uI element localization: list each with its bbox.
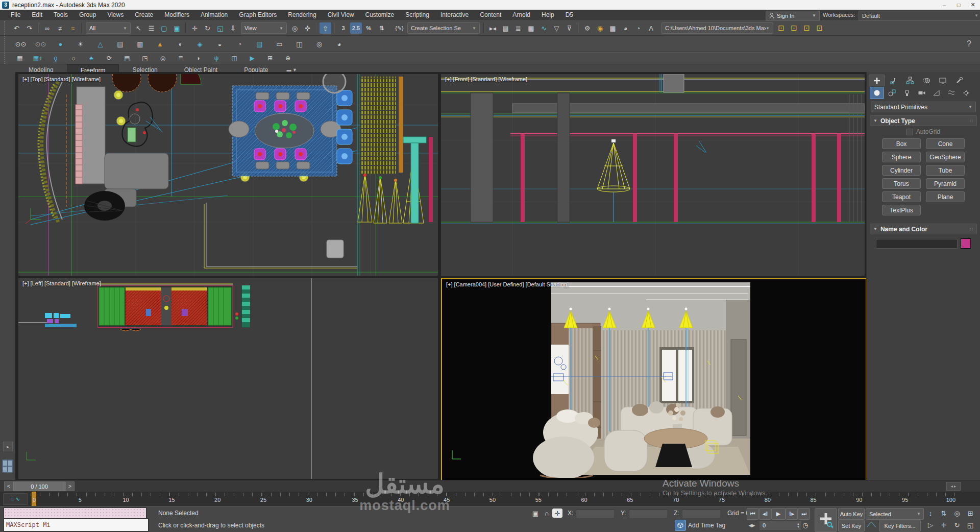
menu-item[interactable]: Arnold (507, 10, 536, 19)
primitive-category-dropdown[interactable]: Standard Primitives ▼ (871, 102, 976, 112)
menu-item[interactable]: Edit (26, 10, 48, 19)
pan-icon[interactable]: ✛ (938, 520, 949, 530)
current-frame-field[interactable]: 0 ▲▼ (759, 520, 802, 530)
asset-export-icon[interactable]: ⊡ (788, 22, 800, 34)
fish-panel-icon[interactable]: ◈ (194, 38, 206, 50)
subtab-cameras[interactable] (915, 87, 928, 99)
align-icon[interactable]: ▤ (500, 22, 511, 34)
object-color-swatch[interactable] (961, 238, 971, 249)
select-and-manipulate-icon[interactable]: ✜ (302, 22, 313, 34)
eyes-dim-icon[interactable]: ⊙⊙ (35, 38, 46, 50)
next-frame-button[interactable]: > (65, 481, 75, 491)
bind-to-space-warp-icon[interactable]: ≈ (67, 22, 79, 34)
menu-item[interactable]: Tools (48, 10, 74, 19)
camera-panel-icon[interactable]: ▤ (114, 38, 126, 50)
minimize-button[interactable]: – (937, 0, 951, 10)
camera-icon[interactable]: ▦ (15, 54, 25, 63)
photo-panel-icon[interactable]: ▤ (122, 54, 132, 63)
selection-filter-dropdown[interactable]: All ▼ (86, 22, 131, 34)
field-of-view-icon[interactable]: ▷ (925, 520, 936, 530)
donut-icon[interactable]: ◎ (158, 54, 168, 63)
subtab-geometry[interactable] (870, 87, 884, 99)
autogrid-checkbox[interactable] (906, 129, 913, 135)
percent-snap-icon[interactable]: % (363, 22, 375, 34)
keyboard-shortcut-override-icon[interactable]: ⇧ (320, 22, 331, 34)
sun-rays-icon[interactable]: ☼ (68, 54, 79, 63)
maximize-viewport-toggle-icon[interactable]: ◱ (965, 520, 976, 530)
sign-in-button[interactable]: Sign In ▼ (766, 11, 820, 20)
split-panel-icon[interactable]: ◫ (293, 38, 305, 50)
zoom-all-icon[interactable]: ⇅ (938, 508, 949, 518)
help-circle-icon[interactable]: ? (963, 38, 975, 50)
subtab-shapes[interactable] (886, 87, 899, 99)
primitive-button[interactable]: Torus (882, 178, 921, 189)
menu-item[interactable]: Scripting (400, 10, 435, 19)
key-mode-toggle-icon[interactable]: ⟋⟍ (866, 521, 877, 529)
add-time-tag-label[interactable]: Add Time Tag (688, 522, 725, 529)
zoom-extents-icon[interactable]: ◎ (951, 508, 963, 518)
primitive-button[interactable]: Tube (926, 165, 965, 176)
set-key-button[interactable]: Set Key (838, 520, 865, 531)
menu-item[interactable]: Help (536, 10, 560, 19)
tree-light-icon[interactable]: ♣ (86, 54, 96, 63)
named-selection-sets-icon[interactable]: {✎} (394, 22, 405, 34)
render-iterative-icon[interactable]: ◔ (632, 22, 644, 34)
tab-display[interactable] (935, 75, 950, 86)
schematic-view-icon[interactable]: ▽ (551, 22, 562, 34)
viewport-top-label[interactable]: [+] [Top] [Standard] [Wireframe] (22, 76, 101, 82)
sphere-page-icon[interactable]: ◒ (214, 38, 226, 50)
unlink-selection-icon[interactable]: ≠ (54, 22, 66, 34)
primitive-button[interactable]: GeoSphere (926, 152, 965, 162)
select-by-name-icon[interactable]: ☰ (145, 22, 157, 34)
workspaces-dropdown[interactable]: Default ▼ (859, 11, 980, 20)
primitive-button[interactable]: Pyramid (926, 178, 965, 189)
play-panel-icon[interactable]: ▶ (247, 54, 257, 63)
set-keys-button[interactable] (815, 508, 837, 532)
select-object-icon[interactable]: ↖ (133, 22, 144, 34)
subtab-lights[interactable] (900, 87, 914, 99)
light-cone-icon[interactable]: △ (94, 38, 106, 50)
list-panel-icon[interactable]: ▤ (254, 38, 265, 50)
tab-modify[interactable] (886, 75, 901, 86)
go-to-start-button[interactable]: ⏮ (747, 508, 759, 520)
lamp-icon[interactable]: ψ (211, 54, 222, 63)
cloud-render-icon[interactable]: A (645, 22, 657, 34)
menu-item[interactable]: Views (102, 10, 129, 19)
render-production-icon[interactable]: ◕ (620, 22, 631, 34)
rectangular-selection-icon[interactable]: ▢ (158, 22, 170, 34)
undo-icon[interactable]: ↶ (11, 22, 22, 34)
primitive-button[interactable]: TextPlus (882, 205, 921, 215)
page-turn-icon[interactable]: ◳ (140, 54, 150, 63)
y-coordinate-field[interactable] (629, 509, 668, 518)
eyes-open-icon[interactable]: ⊙⊙ (15, 38, 27, 50)
auto-key-button[interactable]: Auto Key (838, 508, 865, 520)
z-coordinate-field[interactable] (682, 509, 721, 518)
selection-lock-icon[interactable]: ∩ (542, 509, 551, 517)
previous-frame-button[interactable]: ◂‖ (759, 508, 771, 520)
render-setup-icon[interactable]: ⚙ (581, 22, 593, 34)
primitive-button[interactable]: Cylinder (882, 165, 921, 176)
flame-panel-icon[interactable]: ▲ (154, 38, 166, 50)
maxscript-mini-listener-pink[interactable] (4, 507, 146, 519)
primitive-button[interactable]: Plane (926, 191, 965, 202)
x-coordinate-field[interactable] (576, 509, 615, 518)
key-step-toggle-icon[interactable]: ◂▸ (747, 521, 757, 529)
tab-hierarchy[interactable] (902, 75, 918, 86)
track-bar[interactable]: ≡ ∿ 051015202530354045505560657075808590… (0, 492, 980, 506)
menu-item[interactable]: Create (129, 10, 159, 19)
zoom-icon[interactable]: ↕ (925, 508, 936, 518)
menu-item[interactable]: Graph Editors (233, 10, 282, 19)
asset-link-icon[interactable]: ⊡ (801, 22, 813, 34)
viewport-layout-tabs-icon[interactable] (2, 459, 14, 473)
zoom-extents-all-icon[interactable]: ⊞ (965, 508, 976, 518)
droplet-panel-icon[interactable]: ▥ (134, 38, 146, 50)
name-color-rollout-header[interactable]: ▼ Name and Color ∷ (870, 224, 977, 234)
tab-create[interactable] (869, 75, 885, 86)
viewport-camera-label[interactable]: [+] [Camera004] [User Defined] [Default … (446, 281, 569, 287)
subtab-systems[interactable] (960, 87, 973, 99)
primitive-button[interactable]: Sphere (882, 152, 921, 162)
close-button[interactable]: ✕ (966, 0, 980, 10)
curve-editor-icon[interactable]: ∿ (538, 22, 550, 34)
orbit-icon[interactable]: ↻ (951, 520, 963, 530)
named-selection-set-field[interactable]: Create Selection Se ▼ (407, 22, 480, 34)
